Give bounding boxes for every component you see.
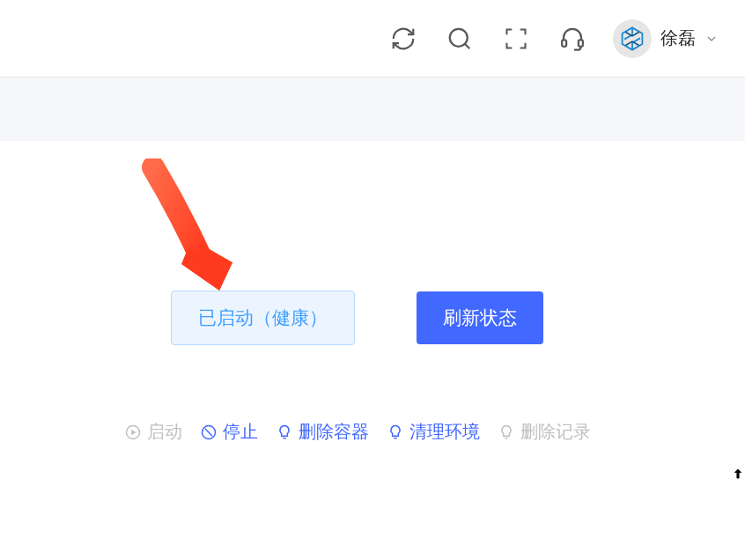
start-label: 启动 <box>147 420 182 444</box>
background-gap <box>0 77 745 141</box>
support-icon-button[interactable] <box>557 23 588 55</box>
user-menu[interactable]: 徐磊 <box>613 19 719 58</box>
fullscreen-icon <box>504 26 528 51</box>
svg-marker-5 <box>181 247 232 291</box>
chevron-down-icon <box>704 32 719 46</box>
avatar <box>613 19 652 58</box>
bulb-icon <box>498 424 515 441</box>
clean-env-action[interactable]: 清理环境 <box>387 420 480 444</box>
top-bar: 徐磊 <box>0 0 745 77</box>
status-badge: 已启动（健康） <box>171 291 355 345</box>
svg-marker-8 <box>131 429 136 435</box>
play-icon <box>124 424 142 441</box>
clean-env-label: 清理环境 <box>409 420 480 444</box>
bulb-icon <box>276 424 293 441</box>
stop-icon <box>200 424 218 441</box>
headset-icon <box>559 26 586 52</box>
delete-container-label: 删除容器 <box>299 420 369 444</box>
svg-marker-15 <box>734 469 741 479</box>
refresh-status-button[interactable]: 刷新状态 <box>417 291 543 344</box>
resize-handle-icon[interactable] <box>731 467 745 481</box>
svg-point-0 <box>450 28 468 46</box>
refresh-icon-button[interactable] <box>387 23 419 55</box>
svg-rect-3 <box>579 40 583 47</box>
username-label: 徐磊 <box>660 26 696 50</box>
svg-rect-2 <box>562 40 566 47</box>
start-action: 启动 <box>124 420 182 444</box>
action-row: 启动 停止 删除容器 清理环境 <box>0 420 723 444</box>
refresh-icon <box>390 26 417 52</box>
fullscreen-icon-button[interactable] <box>500 23 532 55</box>
svg-marker-6 <box>197 242 232 291</box>
delete-record-label: 删除记录 <box>520 420 591 444</box>
stop-action[interactable]: 停止 <box>200 420 258 444</box>
delete-record-action: 删除记录 <box>498 420 591 444</box>
delete-container-action[interactable]: 删除容器 <box>276 420 369 444</box>
svg-line-1 <box>465 43 469 48</box>
status-row: 已启动（健康） 刷新状态 <box>0 291 723 345</box>
bulb-icon <box>387 424 404 441</box>
stop-label: 停止 <box>223 420 258 444</box>
search-icon <box>446 26 473 52</box>
logo-icon <box>619 26 645 52</box>
main-card: 已启动（健康） 刷新状态 启动 停止 删除容器 <box>0 141 723 511</box>
search-icon-button[interactable] <box>444 23 476 55</box>
svg-line-10 <box>204 428 211 435</box>
